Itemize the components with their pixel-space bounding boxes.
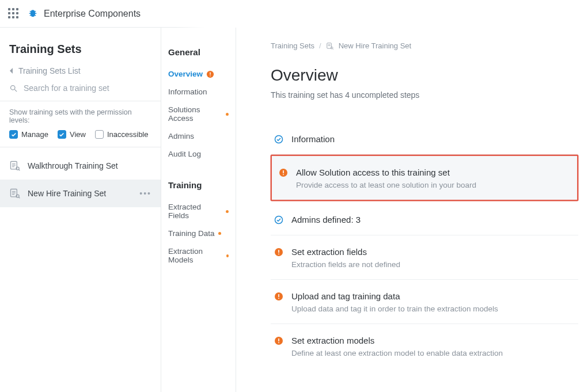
nav-solutions-access[interactable]: Solutions Access bbox=[168, 101, 229, 127]
step-title: Set extraction models bbox=[291, 336, 503, 345]
back-to-list-link[interactable]: Training Sets List bbox=[0, 66, 161, 83]
training-set-label: New Hire Training Set bbox=[28, 189, 106, 198]
permission-filter-title: Show training sets with the permission l… bbox=[9, 108, 151, 124]
svg-line-1 bbox=[14, 89, 17, 92]
nav-general-title: General bbox=[168, 47, 229, 57]
permission-inaccessible-checkbox[interactable]: Inaccessible bbox=[95, 130, 149, 139]
training-set-item-active[interactable]: New Hire Training Set ••• bbox=[0, 180, 161, 207]
svg-point-0 bbox=[11, 85, 16, 90]
chevron-left-icon bbox=[9, 68, 14, 74]
step-title: Admins defined: 3 bbox=[291, 215, 361, 224]
apps-grid-icon[interactable] bbox=[8, 8, 20, 20]
warn-icon bbox=[274, 248, 283, 257]
nav-extracted-fields-label: Extracted Fields bbox=[168, 203, 222, 220]
brand[interactable]: Enterprise Components bbox=[28, 9, 141, 19]
svg-rect-31 bbox=[278, 294, 279, 297]
step-title: Allow Solution access to this training s… bbox=[296, 168, 476, 177]
page-subtitle: This training set has 4 uncompleted step… bbox=[271, 90, 578, 100]
main-content: Training Sets / New Hire Training Set Ov… bbox=[236, 28, 584, 392]
search-icon bbox=[9, 84, 18, 93]
back-link-label: Training Sets List bbox=[18, 66, 81, 75]
step-upload-training-data[interactable]: Upload and tag training data Upload data… bbox=[271, 280, 578, 324]
step-title: Set extraction fields bbox=[291, 247, 400, 257]
permission-manage-label: Manage bbox=[21, 130, 48, 139]
svg-line-7 bbox=[18, 169, 20, 170]
svg-rect-29 bbox=[278, 254, 279, 255]
dot-indicator-icon bbox=[226, 254, 229, 257]
ok-icon bbox=[274, 215, 283, 224]
training-set-label: Walkthrough Training Set bbox=[28, 161, 118, 170]
checkbox-unchecked-icon bbox=[95, 130, 104, 139]
nav-audit-log[interactable]: Audit Log bbox=[168, 145, 229, 163]
nav-extraction-models-label: Extraction Models bbox=[168, 247, 223, 264]
dot-indicator-icon bbox=[218, 232, 221, 235]
warn-icon bbox=[206, 70, 214, 78]
nav-training-data[interactable]: Training Data bbox=[168, 224, 229, 242]
training-set-icon bbox=[9, 160, 21, 172]
training-set-icon bbox=[326, 42, 334, 50]
nav-overview-label: Overview bbox=[168, 70, 203, 78]
svg-line-13 bbox=[18, 197, 20, 198]
ok-icon bbox=[274, 135, 283, 144]
svg-rect-16 bbox=[210, 75, 210, 76]
svg-rect-35 bbox=[278, 342, 279, 344]
warn-icon bbox=[279, 168, 288, 177]
step-desc: Define at least one extraction model to … bbox=[291, 349, 503, 357]
top-header: Enterprise Components bbox=[0, 0, 584, 28]
page-title: Overview bbox=[271, 66, 578, 85]
breadcrumb-separator: / bbox=[319, 41, 321, 50]
svg-rect-34 bbox=[278, 338, 279, 341]
svg-rect-15 bbox=[210, 72, 210, 74]
step-title: Upload and tag training data bbox=[291, 291, 498, 301]
breadcrumb-current: New Hire Training Set bbox=[339, 41, 411, 50]
left-sidebar: Training Sets Training Sets List Show tr… bbox=[0, 28, 161, 392]
brand-bug-icon bbox=[28, 9, 38, 19]
step-desc: Provide access to at least one solution … bbox=[296, 181, 476, 189]
permission-manage-checkbox[interactable]: Manage bbox=[9, 130, 48, 139]
training-set-item[interactable]: Walkthrough Training Set bbox=[0, 152, 161, 180]
more-icon[interactable]: ••• bbox=[139, 189, 151, 198]
checkbox-checked-icon bbox=[9, 130, 18, 139]
nav-information[interactable]: Information bbox=[168, 83, 229, 101]
nav-admins[interactable]: Admins bbox=[168, 127, 229, 145]
training-set-icon bbox=[9, 188, 21, 199]
steps-list: Information Allow Solution access to thi… bbox=[271, 123, 578, 368]
nav-extraction-models[interactable]: Extraction Models bbox=[168, 242, 229, 269]
svg-line-21 bbox=[332, 48, 333, 49]
svg-rect-32 bbox=[278, 298, 279, 299]
step-information[interactable]: Information bbox=[271, 123, 578, 155]
checkbox-checked-icon bbox=[58, 130, 66, 139]
step-allow-solution-access[interactable]: Allow Solution access to this training s… bbox=[271, 155, 578, 201]
warn-icon bbox=[274, 336, 283, 345]
training-set-list: Walkthrough Training Set New Hire Traini… bbox=[0, 152, 161, 207]
svg-rect-24 bbox=[283, 170, 284, 173]
sidebar-title: Training Sets bbox=[0, 43, 161, 66]
step-title: Information bbox=[291, 134, 335, 144]
permission-view-checkbox[interactable]: View bbox=[58, 130, 86, 139]
nav-information-label: Information bbox=[168, 87, 207, 96]
breadcrumb-root[interactable]: Training Sets bbox=[271, 41, 314, 50]
breadcrumb: Training Sets / New Hire Training Set bbox=[271, 41, 578, 50]
nav-training-title: Training bbox=[168, 180, 229, 190]
dot-indicator-icon bbox=[226, 113, 229, 116]
step-admins-defined[interactable]: Admins defined: 3 bbox=[271, 203, 578, 235]
step-desc: Upload data and tag it in order to train… bbox=[291, 305, 498, 313]
step-set-extraction-fields[interactable]: Set extraction fields Extraction fields … bbox=[271, 235, 578, 280]
nav-overview[interactable]: Overview bbox=[168, 65, 229, 83]
nav-admins-label: Admins bbox=[168, 132, 194, 140]
svg-rect-28 bbox=[278, 250, 279, 253]
section-nav: General Overview Information Solutions A… bbox=[161, 28, 236, 392]
permission-filter: Show training sets with the permission l… bbox=[0, 101, 161, 147]
step-desc: Extraction fields are not defined bbox=[291, 260, 400, 269]
search-row bbox=[0, 83, 161, 101]
svg-rect-25 bbox=[283, 174, 284, 176]
permission-view-label: View bbox=[70, 130, 86, 139]
nav-extracted-fields[interactable]: Extracted Fields bbox=[168, 198, 229, 224]
nav-training-data-label: Training Data bbox=[168, 229, 215, 238]
search-input[interactable] bbox=[24, 83, 151, 93]
permission-inaccessible-label: Inaccessible bbox=[107, 130, 149, 139]
brand-title: Enterprise Components bbox=[44, 9, 141, 19]
step-set-extraction-models[interactable]: Set extraction models Define at least on… bbox=[271, 324, 578, 368]
nav-solutions-access-label: Solutions Access bbox=[168, 105, 222, 123]
nav-audit-log-label: Audit Log bbox=[168, 150, 201, 158]
